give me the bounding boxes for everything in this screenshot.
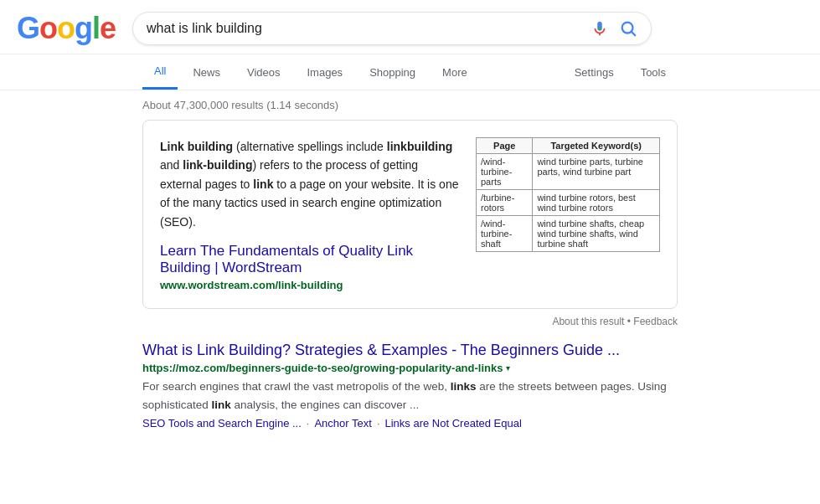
sub-link-sep-2: · [377, 417, 380, 429]
logo-o1: o [39, 11, 57, 45]
table-row: /turbine-rotors wind turbine rotors, bes… [477, 190, 660, 216]
snippet-body: Link building (alternative spellings inc… [160, 137, 459, 291]
feedback-link[interactable]: Feedback [633, 316, 678, 327]
nav-item-tools[interactable]: Tools [629, 56, 678, 89]
result-url-1: https://moz.com/beginners-guide-to-seo/g… [142, 362, 503, 374]
result-url-bold-1: links [478, 362, 503, 374]
snippet-bold-link: link [253, 177, 273, 191]
nav-item-all[interactable]: All [142, 54, 178, 90]
result-sub-links-1: SEO Tools and Search Engine ... · Anchor… [142, 417, 678, 429]
logo-g2: g [75, 11, 92, 45]
table-cell-kw-2: wind turbine rotors, best wind turbine r… [533, 190, 660, 216]
sub-link-3[interactable]: Links are Not Created Equal [385, 417, 522, 429]
logo-e: e [100, 11, 116, 45]
nav-item-videos[interactable]: Videos [235, 56, 292, 89]
snippet-table: Page Targeted Keyword(s) /wind-turbine-p… [476, 137, 660, 252]
table-cell-page-3: /wind-turbine-shaft [477, 216, 533, 252]
table-row: /wind-turbine-shaft wind turbine shafts,… [477, 216, 660, 252]
desc-bold-link: link [212, 399, 231, 411]
logo-l: l [92, 11, 100, 45]
nav-item-news[interactable]: News [181, 56, 232, 89]
mic-icon[interactable] [591, 19, 609, 38]
snippet-bold-link-building2: link-building [183, 158, 252, 172]
svg-line-2 [632, 32, 635, 35]
search-bar[interactable] [132, 12, 652, 45]
result-item-1: What is Link Building? Strategies & Exam… [142, 341, 678, 429]
nav-bar: All News Videos Images Shopping More Set… [0, 54, 820, 90]
snippet-url-prefix: www.wordstream.com/ [160, 279, 278, 291]
search-icons [591, 19, 637, 38]
snippet-table-header-page: Page [477, 138, 533, 154]
result-url-line-1: https://moz.com/beginners-guide-to-seo/g… [142, 362, 678, 374]
snippet-bold-linkbuilding: linkbuilding [387, 140, 453, 153]
result-title-1[interactable]: What is Link Building? Strategies & Exam… [142, 341, 678, 360]
logo-g: G [17, 11, 39, 45]
table-cell-kw-1: wind turbine parts, turbine parts, wind … [533, 154, 660, 190]
sub-link-2[interactable]: Anchor Text [314, 417, 371, 429]
nav-right: Settings Tools [563, 56, 678, 89]
result-description-1: For search engines that crawl the vast m… [142, 378, 678, 414]
nav-item-more[interactable]: More [431, 56, 479, 89]
dropdown-arrow-1[interactable]: ▾ [506, 363, 510, 373]
nav-item-images[interactable]: Images [295, 56, 354, 89]
snippet-text: Link building (alternative spellings inc… [160, 137, 459, 231]
table-cell-page-1: /wind-turbine-parts [477, 154, 533, 190]
nav-item-shopping[interactable]: Shopping [358, 56, 427, 89]
nav-item-settings[interactable]: Settings [563, 56, 626, 89]
about-result-link[interactable]: About this result [552, 316, 624, 327]
main-content: Link building (alternative spellings inc… [0, 120, 820, 429]
results-count: About 47,300,000 results (1.14 seconds) [0, 90, 820, 120]
logo-o2: o [57, 11, 75, 45]
result-url-prefix-1: https://moz.com/beginners-guide-to-seo/g… [142, 362, 478, 374]
snippet-link-title[interactable]: Learn The Fundamentals of Quality Link B… [160, 243, 459, 276]
search-icon[interactable] [619, 19, 637, 38]
snippet-url: www.wordstream.com/link-building [160, 279, 459, 291]
nav-left: All News Videos Images Shopping More [142, 54, 563, 90]
header: Google [0, 0, 820, 54]
snippet-url-bold: link-building [278, 279, 343, 291]
table-row: /wind-turbine-parts wind turbine parts, … [477, 154, 660, 190]
snippet-bold-link-building: Link building [160, 140, 233, 153]
sub-link-sep-1: · [307, 417, 310, 429]
table-cell-kw-3: wind turbine shafts, cheap wind turbine … [533, 216, 660, 252]
table-cell-page-2: /turbine-rotors [477, 190, 533, 216]
search-input[interactable] [147, 21, 584, 36]
desc-bold-links: links [451, 380, 477, 393]
featured-snippet: Link building (alternative spellings inc… [142, 120, 678, 309]
svg-point-0 [598, 27, 601, 30]
snippet-table-header-keywords: Targeted Keyword(s) [533, 138, 660, 154]
sub-link-1[interactable]: SEO Tools and Search Engine ... [142, 417, 302, 429]
about-result: About this result • Feedback [142, 316, 678, 327]
google-logo: Google [17, 13, 116, 44]
